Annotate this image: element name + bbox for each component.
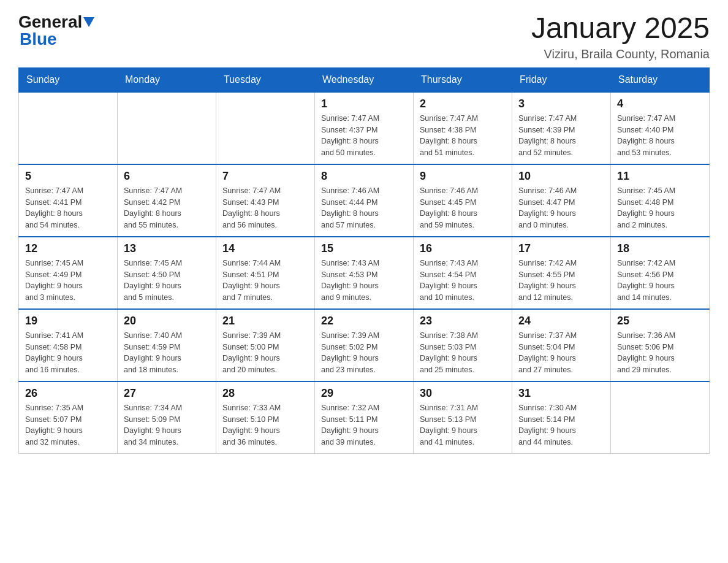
day-number: 14 [222,242,308,255]
calendar-day-24: 24Sunrise: 7:37 AMSunset: 5:04 PMDayligh… [512,309,611,381]
day-info: Sunrise: 7:40 AMSunset: 4:59 PMDaylight:… [124,330,210,376]
calendar-day-25: 25Sunrise: 7:36 AMSunset: 5:06 PMDayligh… [611,309,710,381]
logo: General Blue [18,12,94,49]
calendar-day-16: 16Sunrise: 7:43 AMSunset: 4:54 PMDayligh… [414,237,512,309]
day-info: Sunrise: 7:43 AMSunset: 4:53 PMDaylight:… [321,258,407,304]
calendar-empty-cell [118,92,216,164]
calendar-day-15: 15Sunrise: 7:43 AMSunset: 4:53 PMDayligh… [315,237,414,309]
day-number: 9 [420,170,506,183]
calendar-day-3: 3Sunrise: 7:47 AMSunset: 4:39 PMDaylight… [512,92,611,164]
day-info: Sunrise: 7:41 AMSunset: 4:58 PMDaylight:… [25,330,111,376]
calendar-day-21: 21Sunrise: 7:39 AMSunset: 5:00 PMDayligh… [216,309,315,381]
day-info: Sunrise: 7:43 AMSunset: 4:54 PMDaylight:… [420,258,506,304]
day-number: 6 [124,170,210,183]
day-number: 7 [222,170,308,183]
day-number: 8 [321,170,407,183]
day-number: 24 [518,315,604,327]
calendar-empty-cell [611,381,710,454]
day-info: Sunrise: 7:46 AMSunset: 4:47 PMDaylight:… [518,185,604,231]
calendar-empty-cell [19,92,118,164]
day-number: 20 [124,315,210,327]
day-info: Sunrise: 7:47 AMSunset: 4:40 PMDaylight:… [617,113,703,159]
day-number: 28 [222,387,308,400]
day-number: 12 [25,242,111,255]
calendar-day-1: 1Sunrise: 7:47 AMSunset: 4:37 PMDaylight… [315,92,414,164]
day-info: Sunrise: 7:30 AMSunset: 5:14 PMDaylight:… [518,402,604,448]
day-number: 17 [518,242,604,255]
calendar-week-row: 12Sunrise: 7:45 AMSunset: 4:49 PMDayligh… [19,237,710,309]
day-info: Sunrise: 7:44 AMSunset: 4:51 PMDaylight:… [222,258,308,304]
day-info: Sunrise: 7:35 AMSunset: 5:07 PMDaylight:… [25,402,111,448]
day-info: Sunrise: 7:37 AMSunset: 5:04 PMDaylight:… [518,330,604,376]
svg-marker-0 [83,17,94,27]
day-info: Sunrise: 7:45 AMSunset: 4:50 PMDaylight:… [124,258,210,304]
title-section: January 2025 Viziru, Braila County, Roma… [531,12,710,61]
calendar-day-28: 28Sunrise: 7:33 AMSunset: 5:10 PMDayligh… [216,381,315,454]
calendar-day-29: 29Sunrise: 7:32 AMSunset: 5:11 PMDayligh… [315,381,414,454]
calendar-day-20: 20Sunrise: 7:40 AMSunset: 4:59 PMDayligh… [118,309,216,381]
calendar-day-12: 12Sunrise: 7:45 AMSunset: 4:49 PMDayligh… [19,237,118,309]
calendar-empty-cell [216,92,315,164]
logo-arrow-icon [83,17,94,29]
calendar-day-6: 6Sunrise: 7:47 AMSunset: 4:42 PMDaylight… [118,164,216,237]
calendar-day-26: 26Sunrise: 7:35 AMSunset: 5:07 PMDayligh… [19,381,118,454]
calendar-day-8: 8Sunrise: 7:46 AMSunset: 4:44 PMDaylight… [315,164,414,237]
day-number: 19 [25,315,111,327]
calendar-day-18: 18Sunrise: 7:42 AMSunset: 4:56 PMDayligh… [611,237,710,309]
calendar-week-row: 5Sunrise: 7:47 AMSunset: 4:41 PMDaylight… [19,164,710,237]
calendar-header-tuesday: Tuesday [216,67,315,92]
day-number: 18 [617,242,703,255]
day-number: 27 [124,387,210,400]
calendar-day-19: 19Sunrise: 7:41 AMSunset: 4:58 PMDayligh… [19,309,118,381]
day-number: 10 [518,170,604,183]
day-info: Sunrise: 7:42 AMSunset: 4:56 PMDaylight:… [617,258,703,304]
day-info: Sunrise: 7:39 AMSunset: 5:00 PMDaylight:… [222,330,308,376]
day-number: 2 [420,98,506,110]
day-info: Sunrise: 7:39 AMSunset: 5:02 PMDaylight:… [321,330,407,376]
calendar-table: SundayMondayTuesdayWednesdayThursdayFrid… [18,67,710,454]
location-text: Viziru, Braila County, Romania [531,47,710,61]
day-number: 30 [420,387,506,400]
day-info: Sunrise: 7:47 AMSunset: 4:43 PMDaylight:… [222,185,308,231]
day-info: Sunrise: 7:47 AMSunset: 4:41 PMDaylight:… [25,185,111,231]
calendar-day-7: 7Sunrise: 7:47 AMSunset: 4:43 PMDaylight… [216,164,315,237]
day-info: Sunrise: 7:34 AMSunset: 5:09 PMDaylight:… [124,402,210,448]
calendar-day-13: 13Sunrise: 7:45 AMSunset: 4:50 PMDayligh… [118,237,216,309]
day-number: 29 [321,387,407,400]
calendar-day-30: 30Sunrise: 7:31 AMSunset: 5:13 PMDayligh… [414,381,512,454]
calendar-header-friday: Friday [512,67,611,92]
day-info: Sunrise: 7:45 AMSunset: 4:49 PMDaylight:… [25,258,111,304]
calendar-header-monday: Monday [118,67,216,92]
day-info: Sunrise: 7:46 AMSunset: 4:45 PMDaylight:… [420,185,506,231]
day-info: Sunrise: 7:38 AMSunset: 5:03 PMDaylight:… [420,330,506,376]
calendar-day-14: 14Sunrise: 7:44 AMSunset: 4:51 PMDayligh… [216,237,315,309]
day-number: 31 [518,387,604,400]
logo-blue-text: Blue [20,29,57,49]
day-number: 1 [321,98,407,110]
day-number: 3 [518,98,604,110]
day-number: 16 [420,242,506,255]
calendar-day-31: 31Sunrise: 7:30 AMSunset: 5:14 PMDayligh… [512,381,611,454]
day-number: 11 [617,170,703,183]
calendar-header-saturday: Saturday [611,67,710,92]
day-info: Sunrise: 7:45 AMSunset: 4:48 PMDaylight:… [617,185,703,231]
calendar-day-10: 10Sunrise: 7:46 AMSunset: 4:47 PMDayligh… [512,164,611,237]
calendar-week-row: 1Sunrise: 7:47 AMSunset: 4:37 PMDaylight… [19,92,710,164]
day-info: Sunrise: 7:31 AMSunset: 5:13 PMDaylight:… [420,402,506,448]
day-info: Sunrise: 7:47 AMSunset: 4:39 PMDaylight:… [518,113,604,159]
day-number: 4 [617,98,703,110]
day-number: 21 [222,315,308,327]
day-info: Sunrise: 7:46 AMSunset: 4:44 PMDaylight:… [321,185,407,231]
calendar-header-sunday: Sunday [19,67,118,92]
calendar-day-5: 5Sunrise: 7:47 AMSunset: 4:41 PMDaylight… [19,164,118,237]
day-number: 5 [25,170,111,183]
day-number: 13 [124,242,210,255]
calendar-day-9: 9Sunrise: 7:46 AMSunset: 4:45 PMDaylight… [414,164,512,237]
day-info: Sunrise: 7:36 AMSunset: 5:06 PMDaylight:… [617,330,703,376]
calendar-day-2: 2Sunrise: 7:47 AMSunset: 4:38 PMDaylight… [414,92,512,164]
day-number: 26 [25,387,111,400]
day-info: Sunrise: 7:47 AMSunset: 4:37 PMDaylight:… [321,113,407,159]
day-number: 15 [321,242,407,255]
calendar-week-row: 19Sunrise: 7:41 AMSunset: 4:58 PMDayligh… [19,309,710,381]
calendar-day-11: 11Sunrise: 7:45 AMSunset: 4:48 PMDayligh… [611,164,710,237]
